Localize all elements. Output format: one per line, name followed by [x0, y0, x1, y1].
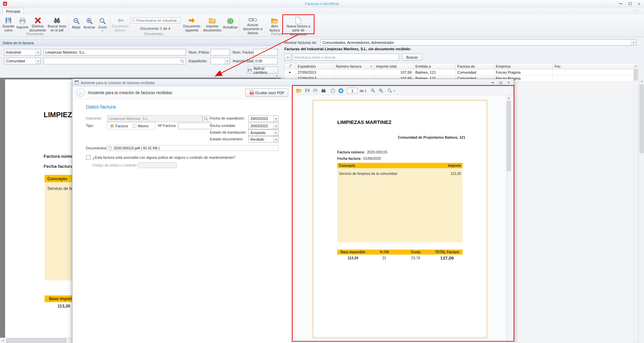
estado-documentos-combo[interactable]: Recibido ▼ [248, 136, 279, 143]
tab-principal[interactable]: Principal [2, 8, 24, 14]
datos-factura-heading: Datos factura [86, 104, 116, 110]
posicionarse-search-box [130, 17, 180, 23]
collapse-panel-icon[interactable]: ▲ [276, 74, 278, 77]
radio-selected-icon [110, 124, 114, 128]
fecha-contable-combo[interactable]: 29/03/2022 ▼ [248, 123, 279, 129]
datos-factura-header-label: Datos de la factura [3, 41, 34, 45]
documentos-label: Documentos: [86, 146, 108, 150]
scrollbar-thumb[interactable] [634, 69, 638, 80]
dialog-close-button[interactable]: × [505, 80, 513, 85]
zoom-button[interactable]: Zoom ▼ [96, 15, 109, 32]
grid-header-factura-de[interactable]: Factura de [456, 63, 494, 69]
alejar-button[interactable]: Alejar [70, 15, 82, 32]
documento-siguiente-label: Documento siguiente [182, 24, 201, 32]
chevron-down-icon[interactable]: ▼ [631, 40, 636, 45]
abrir-factura-button[interactable]: Abrir factura [266, 15, 283, 32]
eliminar-documento-button[interactable]: Eliminar documento [30, 15, 46, 32]
documento-siguiente-button[interactable]: Documento siguiente [182, 15, 201, 32]
grid-header-importe-total[interactable]: Importe total [374, 63, 414, 69]
num-factura-input[interactable] [253, 49, 278, 56]
imprimir-button[interactable]: Imprimir [16, 15, 29, 32]
radio-factura[interactable]: Factura [110, 124, 128, 128]
scroll-left-icon[interactable]: ◄ [1, 338, 5, 343]
clear-search-button[interactable]: × [284, 54, 291, 61]
save-icon[interactable] [305, 88, 310, 94]
industrial-selector-combo[interactable]: Industrial ▼ [4, 49, 41, 56]
minimize-button[interactable] [616, 1, 625, 7]
scroll-up-icon[interactable]: ▲ [507, 96, 511, 100]
dialog-titlebar[interactable]: Asistente para la creación de facturas r… [72, 79, 514, 86]
main-vertical-scrollbar[interactable]: ▲ [639, 78, 644, 343]
zoom-select-icon[interactable]: ▼ [387, 88, 395, 93]
zoom-out-icon [73, 16, 80, 25]
zoom-out-icon[interactable] [370, 88, 375, 94]
buscar-texto-pdf-button[interactable]: Buscar texto en el pdf [47, 15, 67, 32]
estado-tramitacion-combo[interactable]: Aceptada ▼ [248, 129, 279, 136]
abrir-factura-label: Abrir factura [266, 24, 283, 32]
importar-documentos-button[interactable]: Importar documentos [202, 15, 222, 32]
comunidad-selector-combo[interactable]: Comunidad ▼ [4, 58, 41, 64]
nueva-factura-documento-button[interactable]: Nueva factura a partir de documento ▼ [284, 15, 312, 34]
acercar-button[interactable]: Acercar [83, 15, 96, 32]
zoom-label: Zoom [98, 25, 107, 29]
buscar-button[interactable]: Buscar [402, 54, 422, 61]
grid-header-numero-factura[interactable]: Número factura▲ [334, 63, 374, 69]
fecha-expedicion-combo[interactable]: 29/03/2022 ▼ [248, 115, 279, 122]
facturas-search-input[interactable] [292, 54, 399, 61]
ribbon-tab-row: Principal ⌃ [0, 7, 644, 14]
grid-header-attachment[interactable] [285, 63, 296, 69]
dialog-restore-button[interactable] [497, 80, 505, 85]
collapse-ribbon-icon[interactable]: ⌃ [634, 9, 640, 13]
scrollbar-thumb[interactable] [6, 338, 66, 343]
actualizar-button[interactable]: Actualizar [223, 15, 238, 32]
page-number-input[interactable] [347, 88, 358, 93]
documento-anterior-button[interactable]: Documento anterior [111, 15, 129, 32]
radio-abono[interactable]: Abono [132, 124, 149, 128]
previous-page-icon[interactable] [330, 88, 336, 94]
scrollbar-thumb[interactable] [640, 84, 644, 153]
grid-header-fec[interactable]: Fec [553, 63, 634, 69]
pdf-viewer-scrollbar[interactable]: ▲ [506, 95, 511, 343]
comunidad-search-input[interactable] [44, 59, 179, 63]
find-icon[interactable] [321, 88, 326, 94]
search-icon[interactable] [179, 59, 186, 63]
dialog-minimize-button[interactable] [489, 80, 496, 85]
chevron-down-icon[interactable]: ▼ [273, 116, 278, 122]
documentos-list[interactable]: 2020.000115.pdf ( 92.31 KB ) [107, 145, 279, 151]
zoom-in-icon[interactable] [378, 88, 384, 94]
restore-button[interactable] [626, 1, 634, 7]
num-poliza-input[interactable] [211, 49, 230, 56]
open-file-icon[interactable] [296, 88, 302, 94]
chevron-down-icon[interactable]: ▼ [273, 130, 278, 136]
scroll-up-icon[interactable]: ▲ [639, 79, 644, 83]
chevron-down-icon[interactable]: ▼ [273, 123, 278, 129]
scroll-up-icon[interactable]: ▲ [634, 64, 638, 68]
grid-header-emitida-a[interactable]: Emitida a [414, 63, 456, 69]
chevron-down-icon[interactable]: ▼ [36, 58, 41, 64]
table-row[interactable]: ▶ 27/05/2013 107,69 Balmes, 121 Comunida… [284, 69, 634, 75]
expedicion-combo[interactable]: ▼ [211, 58, 230, 64]
aplicar-cambios-button[interactable]: Aplicar cambios [247, 67, 278, 74]
importe-total-input[interactable] [253, 58, 278, 64]
chevron-down-icon[interactable]: ▼ [273, 136, 278, 142]
industrial-name-input[interactable] [44, 49, 186, 56]
guardar-como-button[interactable]: Guardar como [1, 15, 15, 32]
column-label: Factura de [457, 64, 475, 68]
print-icon[interactable] [313, 88, 318, 94]
asociar-documento-button[interactable]: Asociar documento a factura [240, 15, 265, 32]
posicionarse-search-input[interactable] [136, 18, 182, 22]
scrollbar-thumb[interactable] [507, 101, 511, 171]
chevron-down-icon[interactable]: ▼ [225, 58, 230, 64]
mostrar-facturas-combo[interactable]: Comunidades, Arrendadores, Administrador… [320, 39, 636, 46]
grid-vertical-scrollbar[interactable]: ▲ [633, 63, 638, 343]
num-factura-dialog-input[interactable] [178, 123, 212, 129]
poliza-checkbox[interactable] [86, 155, 91, 160]
grid-header-expedicion[interactable]: Expedición [296, 63, 334, 69]
ocultar-visor-pdf-button[interactable]: PDF Ocultar visor PDF [245, 88, 288, 97]
back-button[interactable]: ← [76, 88, 85, 97]
next-page-icon[interactable] [338, 88, 344, 94]
industrial-lookup-button[interactable] [202, 115, 210, 122]
close-button[interactable]: × [635, 1, 643, 7]
chevron-down-icon[interactable]: ▼ [36, 49, 41, 55]
grid-header-empresa[interactable]: Empresa [494, 63, 553, 69]
